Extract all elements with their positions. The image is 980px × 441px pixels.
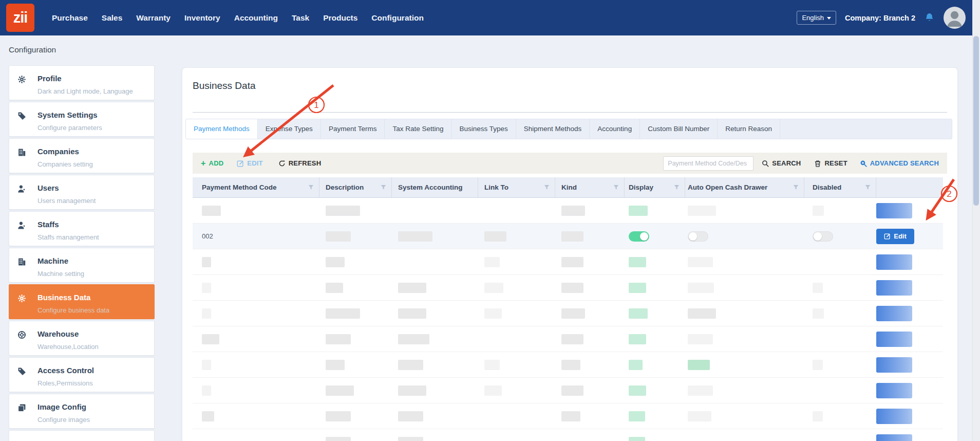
- table-row[interactable]: [193, 403, 943, 429]
- redacted-edit-button[interactable]: [876, 280, 912, 296]
- table-row[interactable]: [193, 429, 943, 441]
- tab-shipment-methods[interactable]: Shipment Methods: [516, 119, 590, 139]
- drawer-toggle[interactable]: [688, 231, 708, 242]
- sidebar-item-warehouse[interactable]: WarehouseWarehouse,Location: [9, 321, 155, 356]
- nav-item-task[interactable]: Task: [292, 13, 309, 23]
- sidebar-item-business-data[interactable]: Business DataConfigure business data: [9, 284, 155, 319]
- redacted-value: [688, 257, 713, 267]
- caret-down-icon: [827, 16, 831, 20]
- redacted-value: [484, 231, 506, 242]
- nav-item-purchase[interactable]: Purchase: [52, 13, 88, 23]
- redacted-value: [813, 360, 823, 370]
- filter-funnel-icon[interactable]: [865, 185, 871, 190]
- reset-button[interactable]: RESET: [814, 159, 847, 167]
- nav-item-products[interactable]: Products: [323, 13, 357, 23]
- nav-item-configuration[interactable]: Configuration: [371, 13, 424, 23]
- redacted-value: [202, 283, 211, 293]
- app-logo[interactable]: zii: [6, 4, 34, 32]
- tab-return-reason[interactable]: Return Reason: [718, 119, 780, 139]
- cell-action: Edit: [876, 224, 943, 249]
- app: zii PurchaseSalesWarrantyInventoryAccoun…: [0, 0, 980, 441]
- filter-funnel-icon[interactable]: [674, 185, 680, 190]
- table-row[interactable]: [193, 352, 943, 378]
- cell-desc: [319, 275, 392, 300]
- redacted-edit-button[interactable]: [876, 383, 912, 398]
- sidebar-item-image-config[interactable]: Image ConfigConfigure images: [9, 394, 155, 429]
- sidebar-item-users[interactable]: UsersUsers management: [9, 175, 155, 210]
- cell-action: [876, 249, 943, 274]
- disabled-toggle[interactable]: [813, 231, 833, 242]
- nav-item-sales[interactable]: Sales: [102, 13, 123, 23]
- redacted-edit-button[interactable]: [876, 409, 912, 424]
- table-row[interactable]: [193, 275, 943, 301]
- redacted-edit-button[interactable]: [876, 306, 912, 321]
- filter-funnel-icon[interactable]: [308, 185, 314, 190]
- redacted-value: [326, 437, 351, 441]
- table-row[interactable]: [193, 378, 943, 403]
- nav-item-accounting[interactable]: Accounting: [234, 13, 278, 23]
- filter-funnel-icon[interactable]: [544, 185, 550, 190]
- sidebar: ProfileDark and Light mode, LanguageSyst…: [9, 65, 155, 441]
- redacted-value: [484, 360, 500, 370]
- sidebar-item-subtitle: Machine setting: [37, 270, 154, 278]
- tab-business-types[interactable]: Business Types: [451, 119, 516, 139]
- nav-item-warranty[interactable]: Warranty: [136, 13, 171, 23]
- cell-link: [478, 378, 555, 403]
- redacted-edit-button[interactable]: [876, 357, 912, 373]
- tab-tax-rate-setting[interactable]: Tax Rate Setting: [385, 119, 451, 139]
- sidebar-item-staffs[interactable]: StaffsStaffs manangement: [9, 211, 155, 246]
- tag-icon: [17, 367, 26, 376]
- table-row[interactable]: [193, 326, 943, 352]
- redacted-value: [561, 385, 583, 396]
- edit-button[interactable]: EDIT: [237, 159, 262, 167]
- tab-payment-methods[interactable]: Payment Methods: [186, 119, 258, 139]
- table-row[interactable]: 002Edit: [193, 224, 943, 249]
- cell-sys: [392, 198, 478, 223]
- tab-accounting[interactable]: Accounting: [590, 119, 640, 139]
- scrollbar-track[interactable]: [972, 0, 980, 441]
- search-input[interactable]: [663, 156, 753, 171]
- display-toggle[interactable]: [629, 231, 649, 242]
- table-row[interactable]: [193, 249, 943, 275]
- payment-methods-table: 002Edit: [193, 198, 943, 441]
- sidebar-item-companies[interactable]: CompaniesCompanies setting: [9, 138, 155, 173]
- refresh-button[interactable]: REFRESH: [278, 159, 322, 167]
- redacted-edit-button[interactable]: [876, 434, 912, 441]
- search-button[interactable]: SEARCH: [762, 159, 801, 167]
- table-row[interactable]: [193, 301, 943, 326]
- notifications-bell-icon[interactable]: [924, 12, 935, 23]
- row-edit-button[interactable]: Edit: [876, 229, 914, 244]
- sidebar-item-access-control[interactable]: Access ControlRoles,Permissions: [9, 357, 155, 392]
- avatar[interactable]: [944, 7, 966, 29]
- filter-funnel-icon[interactable]: [793, 185, 799, 190]
- sidebar-item-label: Staffs: [37, 220, 154, 229]
- cell-display: [625, 378, 685, 403]
- sidebar-item-machine[interactable]: MachineMachine setting: [9, 248, 155, 283]
- redacted-value: [202, 385, 211, 396]
- sidebar-item-partial[interactable]: [9, 430, 155, 441]
- redacted-edit-button[interactable]: [876, 332, 912, 347]
- column-label: Link To: [484, 183, 508, 191]
- sidebar-item-profile[interactable]: ProfileDark and Light mode, Language: [9, 65, 155, 100]
- column-header-action: [876, 177, 943, 197]
- redacted-value: [813, 308, 824, 319]
- cell-disabled: [804, 275, 876, 300]
- sidebar-item-system-settings[interactable]: System SettingsConfigure parameters: [9, 102, 155, 137]
- column-label: Auto Open Cash Drawer: [688, 183, 767, 191]
- add-button[interactable]: + ADD: [201, 159, 223, 168]
- cell-sys: [392, 429, 478, 441]
- advanced-search-button[interactable]: ADVANCED SEARCH: [860, 159, 939, 167]
- redacted-edit-button[interactable]: [876, 254, 912, 270]
- cell-action: [876, 198, 943, 223]
- language-selector[interactable]: English: [797, 11, 836, 25]
- tab-custom-bill-number[interactable]: Custom Bill Number: [640, 119, 718, 139]
- table-row[interactable]: [193, 198, 943, 224]
- tab-expense-types[interactable]: Expense Types: [258, 119, 321, 139]
- sidebar-item-subtitle: Configure parameters: [37, 124, 154, 132]
- tab-payment-terms[interactable]: Payment Terms: [321, 119, 385, 139]
- filter-funnel-icon[interactable]: [613, 185, 619, 190]
- filter-funnel-icon[interactable]: [381, 185, 386, 190]
- nav-item-inventory[interactable]: Inventory: [184, 13, 220, 23]
- scrollbar-thumb[interactable]: [973, 36, 979, 206]
- redacted-edit-button[interactable]: [876, 203, 912, 218]
